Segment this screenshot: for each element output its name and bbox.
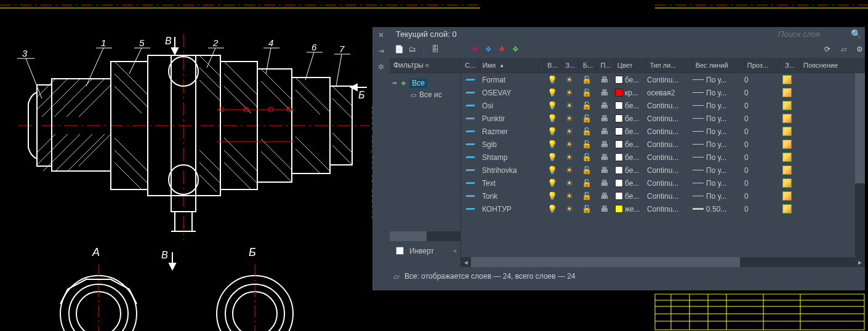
plotstyle-icon[interactable] <box>782 127 792 136</box>
sun-icon[interactable]: ☀ <box>566 205 573 213</box>
printer-icon[interactable]: 🖶 <box>600 166 608 174</box>
new-group-icon[interactable]: 🗂 <box>407 44 418 55</box>
lightbulb-icon[interactable]: 💡 <box>547 205 557 213</box>
layer-linetype-cell[interactable]: Continu... <box>645 153 690 162</box>
sun-icon[interactable]: ☀ <box>566 114 573 122</box>
lock-open-icon[interactable]: 🔓 <box>582 166 592 174</box>
plotstyle-icon[interactable] <box>782 140 792 149</box>
filter-tree-all[interactable]: ▪▾ ❖ Все <box>392 77 458 89</box>
layer-row[interactable]: OSEVAY💡☀🔓🖶кр...осевая2По у...0 <box>461 86 865 99</box>
layer-row[interactable]: Razmer💡☀🔓🖶бе...Continu...По у...0 <box>461 125 865 138</box>
layer-linetype-cell[interactable]: осевая2 <box>645 89 690 97</box>
layer-row[interactable]: Shtamp💡☀🔓🖶бе...Continu...По у...0 <box>461 151 865 164</box>
layer-linetype-cell[interactable]: Continu... <box>645 179 690 188</box>
col-status[interactable]: С... <box>461 58 480 73</box>
layer-lineweight-cell[interactable]: По у... <box>690 153 742 162</box>
printer-icon[interactable]: 🖶 <box>600 192 608 200</box>
layer-lineweight-cell[interactable]: По у... <box>690 127 742 136</box>
plotstyle-icon[interactable] <box>782 191 792 201</box>
layer-name-cell[interactable]: Punktir <box>480 114 544 123</box>
layer-color-cell[interactable]: бе... <box>613 166 645 175</box>
col-name[interactable]: Имя▲ <box>480 58 544 73</box>
hscroll-right-icon[interactable]: ► <box>855 259 865 266</box>
layer-search-input[interactable] <box>777 29 847 39</box>
layer-transparency-cell[interactable]: 0 <box>742 76 776 84</box>
layer-lineweight-cell[interactable]: 0.50... <box>690 205 742 213</box>
sun-icon[interactable]: ☀ <box>566 76 573 84</box>
search-icon[interactable]: 🔍 <box>851 29 861 39</box>
col-on[interactable]: В... <box>544 58 562 73</box>
lightbulb-icon[interactable]: 💡 <box>547 140 557 148</box>
close-icon[interactable]: ✕ <box>377 31 385 39</box>
filter-header[interactable]: Фильтры « <box>390 58 460 73</box>
layer-name-cell[interactable]: Shtamp <box>480 153 544 162</box>
sun-icon[interactable]: ☀ <box>566 153 573 161</box>
layer-row[interactable]: Punktir💡☀🔓🖶бе...Continu...По у...0 <box>461 112 865 125</box>
printer-icon[interactable]: 🖶 <box>600 114 608 122</box>
sun-icon[interactable]: ☀ <box>566 89 573 97</box>
new-layer-icon[interactable]: 📄 <box>393 44 404 55</box>
layer-state-manager-icon[interactable]: 🗄 <box>430 44 441 55</box>
layer-color-cell[interactable]: кр... <box>613 89 645 97</box>
layer-row[interactable]: Osi💡☀🔓🖶бе...Continu...По у...0 <box>461 99 865 112</box>
pin-icon[interactable]: ⇥ <box>377 47 385 55</box>
layer-lineweight-cell[interactable]: По у... <box>690 114 742 123</box>
layer-name-cell[interactable]: Text <box>480 179 544 188</box>
col-plotstyle[interactable]: З... <box>779 58 801 73</box>
layer-transparency-cell[interactable]: 0 <box>742 140 776 149</box>
printer-icon[interactable]: 🖶 <box>600 89 608 97</box>
layer-color-cell[interactable]: бе... <box>613 102 645 110</box>
layer-transparency-cell[interactable]: 0 <box>742 192 776 201</box>
lock-open-icon[interactable]: 🔓 <box>582 76 592 84</box>
layer-linetype-cell[interactable]: Continu... <box>645 114 690 123</box>
lightbulb-icon[interactable]: 💡 <box>547 127 557 135</box>
lightbulb-icon[interactable]: 💡 <box>547 179 557 187</box>
lightbulb-icon[interactable]: 💡 <box>547 192 557 200</box>
layer-filter-red2-icon[interactable]: ❖ <box>496 44 507 55</box>
layer-row[interactable]: Shtrihovka💡☀🔓🖶бе...Continu...По у...0 <box>461 164 865 177</box>
lock-open-icon[interactable]: 🔓 <box>582 114 592 122</box>
layer-color-cell[interactable]: бе... <box>613 153 645 162</box>
col-color[interactable]: Цвет <box>615 58 648 73</box>
sun-icon[interactable]: ☀ <box>566 127 573 135</box>
layer-color-cell[interactable]: бе... <box>613 114 645 123</box>
lock-open-icon[interactable]: 🔓 <box>582 179 592 187</box>
lock-open-icon[interactable]: 🔓 <box>582 153 592 161</box>
layer-transparency-cell[interactable]: 0 <box>742 102 776 110</box>
col-transparency[interactable]: Проз... <box>745 58 779 73</box>
layer-lineweight-cell[interactable]: По у... <box>690 179 742 188</box>
layer-color-cell[interactable]: бе... <box>613 192 645 201</box>
layer-name-cell[interactable]: Razmer <box>480 127 544 136</box>
printer-icon[interactable]: 🖶 <box>600 205 608 213</box>
lock-open-icon[interactable]: 🔓 <box>582 140 592 148</box>
printer-icon[interactable]: 🖶 <box>600 76 608 84</box>
layer-name-cell[interactable]: Tonk <box>480 192 544 201</box>
filter-hscroll[interactable] <box>390 231 460 241</box>
layer-linetype-cell[interactable]: Continu... <box>645 140 690 149</box>
layer-transparency-cell[interactable]: 0 <box>742 153 776 162</box>
printer-icon[interactable]: 🖶 <box>600 127 608 135</box>
lock-open-icon[interactable]: 🔓 <box>582 192 592 200</box>
layer-row[interactable]: КОНТУР💡☀🔓🖶же...Continu...0.50...0 <box>461 202 865 215</box>
collapse-filter-icon[interactable]: « <box>425 61 457 70</box>
layer-linetype-cell[interactable]: Continu... <box>645 192 690 201</box>
layer-transparency-cell[interactable]: 0 <box>742 166 776 175</box>
plotstyle-icon[interactable] <box>782 204 792 213</box>
lightbulb-icon[interactable]: 💡 <box>547 153 557 161</box>
plotstyle-icon[interactable] <box>782 114 792 123</box>
printer-icon[interactable]: 🖶 <box>600 102 608 110</box>
col-lock[interactable]: Б... <box>579 58 597 73</box>
plotstyle-icon[interactable] <box>782 101 792 110</box>
layer-linetype-cell[interactable]: Continu... <box>645 205 690 213</box>
sun-icon[interactable]: ☀ <box>566 140 573 148</box>
printer-icon[interactable]: 🖶 <box>600 153 608 161</box>
layer-color-cell[interactable]: бе... <box>613 179 645 188</box>
layer-lineweight-cell[interactable]: По у... <box>690 102 742 110</box>
plotstyle-icon[interactable] <box>782 75 792 84</box>
sun-icon[interactable]: ☀ <box>566 102 573 110</box>
layer-hscroll[interactable]: ◄ ► <box>461 257 865 267</box>
invert-filter-checkbox[interactable] <box>396 247 404 255</box>
col-linetype[interactable]: Тип ли... <box>647 58 693 73</box>
refresh-icon[interactable]: ⟳ <box>822 44 833 55</box>
layer-name-cell[interactable]: КОНТУР <box>480 205 544 213</box>
